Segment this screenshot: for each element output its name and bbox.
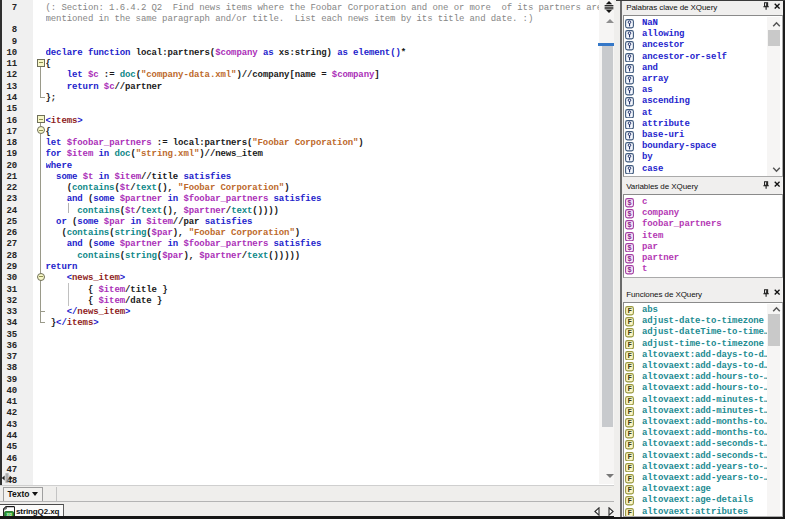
- svg-text:$: $: [628, 255, 633, 263]
- svg-text:F: F: [628, 319, 633, 327]
- svg-text:F: F: [628, 509, 633, 517]
- svg-text:F: F: [628, 330, 633, 338]
- svg-text:F: F: [628, 352, 633, 360]
- svg-text:$: $: [628, 233, 633, 241]
- svg-text:F: F: [628, 307, 633, 315]
- svg-text:F: F: [628, 487, 633, 495]
- svg-text:F: F: [628, 363, 633, 371]
- svg-text:F: F: [628, 498, 633, 506]
- svg-text:F: F: [628, 442, 633, 450]
- svg-text:$: $: [628, 210, 633, 218]
- svg-text:$: $: [628, 222, 633, 230]
- svg-text:$: $: [628, 199, 633, 207]
- svg-text:$: $: [628, 266, 633, 274]
- svg-text:F: F: [628, 419, 633, 427]
- svg-text:$: $: [628, 244, 633, 252]
- svg-text:F: F: [628, 386, 633, 394]
- svg-text:F: F: [628, 375, 633, 383]
- svg-text:F: F: [628, 431, 633, 439]
- svg-text:F: F: [628, 408, 633, 416]
- svg-text:F: F: [628, 341, 633, 349]
- svg-text:F: F: [628, 397, 633, 405]
- svg-text:F: F: [628, 475, 633, 483]
- svg-text:F: F: [628, 453, 633, 461]
- svg-text:F: F: [628, 464, 633, 472]
